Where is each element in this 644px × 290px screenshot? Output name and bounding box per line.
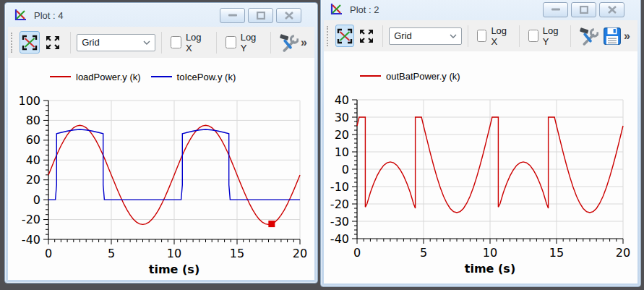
maximize-icon (580, 6, 588, 14)
window-title: Plot : 2 (350, 4, 379, 15)
save-icon (603, 27, 622, 46)
close-icon (608, 6, 617, 14)
svg-text:5: 5 (108, 247, 115, 260)
minimize-button[interactable] (220, 8, 245, 23)
svg-text:0: 0 (353, 246, 361, 260)
checkbox-box (226, 36, 236, 48)
grid-dropdown-value: Grid (82, 37, 100, 48)
fit-in-view-icon (22, 35, 38, 51)
log-y-label: Log Y (241, 32, 262, 54)
plot-toolbar: Grid Log X Log Y » (8, 27, 314, 59)
save-button[interactable] (602, 25, 622, 47)
legend-item: outBatPower.y (k) (360, 71, 460, 82)
plot-toolbar: Grid Log X Log Y (324, 20, 637, 52)
legend-label: toIcePow.y (k) (177, 72, 236, 82)
grid-dropdown[interactable]: Grid (77, 34, 155, 51)
titlebar[interactable]: Plot : 4 (8, 4, 314, 26)
grid-dropdown[interactable]: Grid (389, 27, 462, 45)
toolbar-separator (216, 32, 217, 54)
setup-tools-icon (579, 26, 598, 46)
toolbar-separator (161, 32, 162, 54)
legend-label: outBatPower.y (k) (386, 71, 460, 82)
chevron-down-icon (143, 40, 150, 45)
fit-in-view-button[interactable] (335, 25, 354, 47)
close-button[interactable] (599, 2, 624, 17)
toolbar-separator (519, 25, 520, 47)
legend: outBatPower.y (k) (360, 70, 460, 82)
svg-text:10: 10 (483, 246, 497, 260)
pan-button[interactable] (357, 25, 376, 47)
svg-text:-30: -30 (330, 215, 349, 229)
log-y-checkbox[interactable]: Log Y (528, 25, 562, 47)
toolbar-separator (382, 25, 383, 47)
close-button[interactable] (276, 8, 301, 23)
pan-arrows-icon (359, 28, 374, 44)
log-x-checkbox[interactable]: Log X (477, 25, 511, 47)
log-x-checkbox[interactable]: Log X (171, 32, 207, 54)
window-title: Plot : 4 (34, 10, 63, 21)
svg-text:0: 0 (45, 247, 52, 260)
svg-text:20: 20 (26, 173, 40, 187)
toolbar-drag-handle[interactable] (327, 26, 331, 46)
chart-canvas[interactable]: 05101520403020100-10-20-30-40time (s) (322, 90, 639, 284)
svg-text:-40: -40 (330, 232, 349, 246)
setup-button[interactable] (278, 31, 299, 54)
toolbar-separator (270, 32, 271, 54)
maximize-button[interactable] (571, 2, 596, 17)
minimize-icon (551, 8, 560, 11)
svg-text:40: 40 (26, 153, 40, 167)
pan-arrows-icon (45, 35, 61, 51)
svg-text:80: 80 (26, 114, 40, 127)
svg-text:-20: -20 (330, 197, 349, 211)
svg-text:40: 40 (335, 93, 349, 107)
chart-canvas[interactable]: 05101520100806040200-20-40time (s) (7, 91, 313, 285)
svg-text:-10: -10 (330, 180, 349, 194)
toolbar-separator (70, 32, 71, 54)
titlebar[interactable]: Plot : 2 (324, 0, 637, 20)
plot-window-icon (330, 3, 343, 16)
pan-button[interactable] (43, 31, 63, 54)
svg-text:time (s): time (s) (149, 263, 199, 276)
legend-line-sample (360, 75, 381, 77)
svg-text:15: 15 (549, 246, 564, 260)
svg-text:20: 20 (616, 246, 630, 260)
svg-text:15: 15 (230, 247, 244, 260)
legend: loadPower.y (k)toIcePow.y (k) (50, 71, 236, 82)
plot-window-icon (14, 9, 27, 22)
grid-dropdown-value: Grid (394, 30, 412, 41)
legend-item: loadPower.y (k) (50, 72, 141, 82)
svg-text:10: 10 (335, 145, 349, 159)
setup-button[interactable] (578, 25, 599, 47)
svg-text:10: 10 (167, 247, 181, 260)
toolbar-separator (570, 25, 571, 47)
toolbar-overflow-button[interactable]: » (301, 36, 307, 49)
svg-text:0: 0 (342, 163, 349, 176)
log-x-label: Log X (186, 32, 207, 54)
log-x-label: Log X (491, 25, 510, 47)
maximize-button[interactable] (248, 8, 273, 23)
plot-window-2: Plot : 2 (320, 0, 641, 287)
fit-in-view-button[interactable] (20, 31, 40, 54)
setup-tools-icon (279, 33, 299, 52)
svg-text:5: 5 (420, 246, 427, 260)
toolbar-overflow-button[interactable]: » (624, 30, 630, 43)
log-y-checkbox[interactable]: Log Y (226, 32, 262, 54)
plot-window-4: Plot : 4 (4, 2, 318, 283)
svg-text:60: 60 (26, 133, 40, 147)
legend-line-sample (151, 76, 172, 77)
minimize-button[interactable] (543, 2, 568, 17)
minimize-icon (228, 14, 237, 17)
checkbox-box (528, 30, 538, 42)
svg-text:100: 100 (18, 94, 40, 108)
toolbar-drag-handle[interactable] (11, 33, 15, 53)
svg-text:time (s): time (s) (465, 262, 515, 276)
close-icon (285, 12, 293, 20)
legend-label: loadPower.y (k) (76, 72, 141, 82)
svg-text:20: 20 (335, 128, 349, 142)
fit-in-view-icon (337, 28, 353, 44)
svg-text:30: 30 (335, 111, 349, 124)
toolbar-separator (468, 25, 468, 47)
maximize-icon (257, 12, 265, 20)
chevron-down-icon (450, 34, 457, 38)
checkbox-box (171, 36, 181, 48)
